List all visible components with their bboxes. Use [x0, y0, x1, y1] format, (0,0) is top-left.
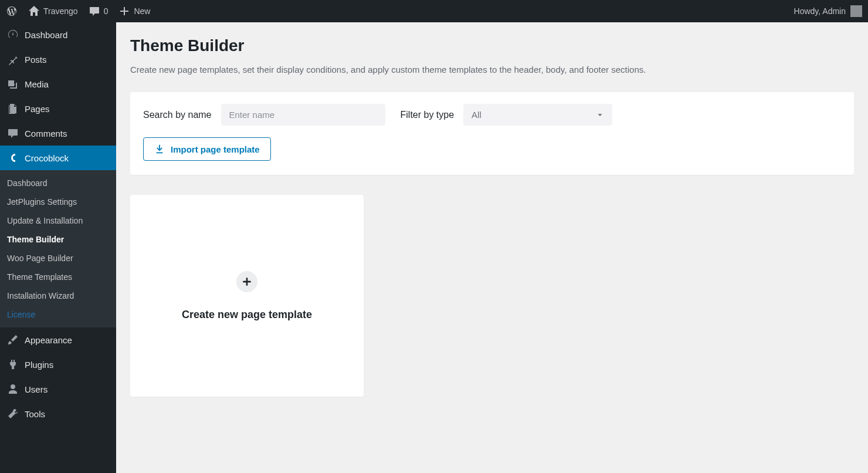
type-select[interactable]: All [463, 104, 612, 126]
comments-link[interactable]: 0 [89, 5, 108, 17]
search-input[interactable] [221, 104, 385, 126]
main-content: Theme Builder Create new page templates,… [116, 22, 868, 473]
sidebar-item-appearance[interactable]: Appearance [0, 327, 116, 352]
comment-icon [7, 127, 19, 139]
chevron-down-icon [596, 111, 604, 119]
plus-circle [236, 271, 257, 292]
wp-logo[interactable] [6, 5, 18, 17]
submenu-item-dashboard[interactable]: Dashboard [0, 174, 116, 192]
comments-count: 0 [104, 6, 108, 16]
sidebar-item-label: Crocoblock [25, 153, 69, 163]
brush-icon [7, 334, 19, 346]
submenu-item-update[interactable]: Update & Installation [0, 211, 116, 230]
sidebar-item-label: Tools [25, 409, 45, 419]
submenu-item-license[interactable]: License [0, 305, 116, 324]
sidebar-item-label: Appearance [25, 335, 72, 345]
pin-icon [7, 53, 19, 65]
plus-icon [118, 5, 130, 17]
sidebar-item-crocoblock[interactable]: Crocoblock [0, 146, 116, 170]
sidebar-item-label: Dashboard [25, 30, 67, 40]
user-icon [7, 383, 19, 395]
comment-icon [89, 5, 100, 17]
sidebar-item-dashboard[interactable]: Dashboard [0, 22, 116, 47]
greeting: Howdy, Admin [794, 6, 846, 16]
sidebar-item-label: Media [25, 79, 49, 89]
account-link[interactable]: Howdy, Admin [794, 5, 862, 17]
page-description: Create new page templates, set their dis… [130, 65, 854, 75]
sidebar-submenu: Dashboard JetPlugins Settings Update & I… [0, 170, 116, 327]
create-template-label: Create new page template [182, 309, 312, 321]
download-icon [154, 144, 165, 154]
sidebar-item-label: Posts [25, 55, 47, 65]
sidebar-item-label: Pages [25, 104, 50, 114]
submenu-item-theme-templates[interactable]: Theme Templates [0, 268, 116, 286]
page-title: Theme Builder [130, 36, 854, 55]
wordpress-icon [6, 5, 18, 17]
new-label: New [134, 6, 150, 16]
type-label: Filter by type [401, 110, 455, 120]
site-link[interactable]: Travengo [28, 5, 78, 17]
import-template-button[interactable]: Import page template [143, 137, 271, 161]
croco-icon [7, 152, 19, 164]
sidebar-item-media[interactable]: Media [0, 72, 116, 96]
submenu-item-jetplugins[interactable]: JetPlugins Settings [0, 192, 116, 211]
sidebar-item-label: Comments [25, 129, 67, 138]
sidebar-item-users[interactable]: Users [0, 377, 116, 401]
create-template-card[interactable]: Create new page template [130, 195, 364, 397]
media-icon [7, 78, 19, 90]
submenu-item-woo[interactable]: Woo Page Builder [0, 249, 116, 268]
pages-icon [7, 103, 19, 114]
import-button-label: Import page template [171, 144, 260, 154]
avatar [850, 5, 862, 17]
home-icon [28, 5, 40, 17]
admin-sidebar: Dashboard Posts Media Pages Comments Cro… [0, 22, 116, 473]
submenu-item-wizard[interactable]: Installation Wizard [0, 286, 116, 305]
plus-icon [242, 276, 252, 287]
type-select-value: All [472, 110, 482, 120]
filters-panel: Search by name Filter by type All Import… [130, 92, 854, 175]
wrench-icon [7, 408, 19, 420]
search-label: Search by name [143, 110, 212, 120]
sidebar-item-tools[interactable]: Tools [0, 401, 116, 426]
sidebar-item-label: Plugins [25, 360, 53, 370]
new-content-link[interactable]: New [118, 5, 150, 17]
site-name: Travengo [43, 6, 78, 16]
plug-icon [7, 359, 19, 370]
sidebar-item-pages[interactable]: Pages [0, 96, 116, 121]
sidebar-item-comments[interactable]: Comments [0, 121, 116, 146]
admin-toolbar: Travengo 0 New Howdy, Admin [0, 0, 868, 22]
sidebar-item-posts[interactable]: Posts [0, 47, 116, 72]
sidebar-item-plugins[interactable]: Plugins [0, 352, 116, 377]
submenu-item-theme-builder[interactable]: Theme Builder [0, 230, 116, 249]
dashboard-icon [7, 29, 19, 40]
sidebar-item-label: Users [25, 384, 48, 394]
